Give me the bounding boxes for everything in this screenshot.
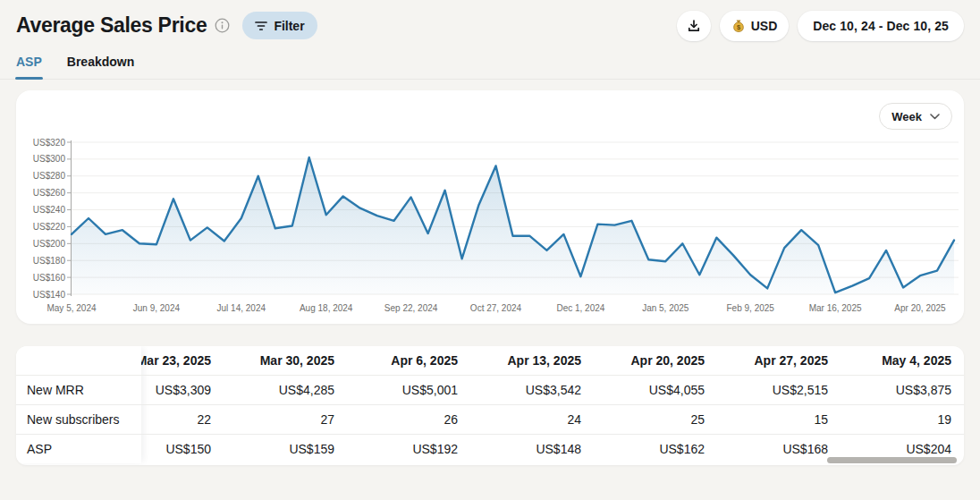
x-tick-label: Oct 27, 2024 [470, 303, 522, 313]
page-header: Average Sales Price Filter [0, 0, 980, 41]
y-tick-label: US$220 [33, 222, 66, 232]
period-select[interactable]: Week [879, 103, 952, 130]
currency-button[interactable]: $ USD [720, 11, 790, 41]
table-cell: US$3,542 [470, 375, 581, 404]
table-column-header: Mar 30, 2025 [224, 346, 334, 375]
x-tick-label: Jan 5, 2025 [642, 303, 689, 313]
table-row-label: ASP [27, 434, 52, 463]
download-button[interactable] [677, 11, 711, 41]
table-cell: US$4,055 [594, 375, 705, 404]
y-tick-label: US$180 [33, 256, 66, 266]
table-cell: 25 [594, 404, 705, 434]
x-tick-label: May 5, 2024 [46, 303, 96, 313]
area-fill [72, 157, 954, 294]
table-column-header: Apr 20, 2025 [594, 346, 705, 375]
download-icon [687, 19, 701, 33]
y-tick-label: US$160 [33, 273, 66, 283]
table-cell: US$168 [717, 434, 828, 463]
table-row-separator [16, 434, 964, 435]
y-tick-label: US$260 [33, 188, 66, 198]
asp-chart-card: Week US$320US$300US$280US$260US$240US$22… [16, 90, 964, 324]
table-row-separator [16, 375, 964, 376]
money-bag-icon: $ [731, 19, 746, 33]
table-cell: US$162 [594, 434, 705, 463]
filter-icon [255, 21, 267, 31]
y-tick-label: US$240 [33, 205, 66, 215]
date-range-button[interactable]: Dec 10, 24 - Dec 10, 25 [798, 11, 964, 41]
y-tick-label: US$280 [33, 171, 66, 181]
tab-bar: ASP Breakdown [0, 49, 980, 80]
table-column-header: Apr 6, 2025 [347, 346, 458, 375]
x-tick-label: Aug 18, 2024 [300, 303, 353, 313]
asp-line-chart[interactable]: US$320US$300US$280US$260US$240US$220US$2… [16, 90, 964, 324]
table-cell: US$192 [347, 434, 458, 463]
x-tick-label: Apr 20, 2025 [894, 303, 946, 313]
filter-button[interactable]: Filter [242, 12, 317, 39]
table-cell: 15 [717, 404, 828, 434]
table-row-label: New MRR [27, 375, 84, 404]
x-tick-label: Feb 9, 2025 [727, 303, 775, 313]
y-tick-label: US$320 [33, 138, 66, 148]
x-tick-label: Jul 14, 2024 [217, 303, 266, 313]
chevron-down-icon [930, 114, 940, 120]
table-cell: US$2,515 [717, 375, 828, 404]
date-range-label: Dec 10, 24 - Dec 10, 25 [813, 19, 949, 33]
table-cell: 24 [470, 404, 581, 434]
table-row-separator [16, 404, 964, 405]
x-tick-label: Sep 22, 2024 [384, 303, 438, 313]
table-cell: US$159 [224, 434, 334, 463]
table-horizontal-scrollbar-thumb[interactable] [827, 457, 957, 463]
x-tick-label: Jun 9, 2024 [133, 303, 181, 313]
metrics-table: New MRRNew subscribersASP Mar 23, 2025US… [16, 346, 964, 465]
table-cell: 19 [841, 404, 951, 434]
table-cell: 27 [224, 404, 334, 434]
y-tick-label: US$140 [33, 290, 66, 300]
filter-label: Filter [274, 19, 304, 33]
table-cell: 26 [347, 404, 458, 434]
x-tick-label: Dec 1, 2024 [556, 303, 604, 313]
table-cell: US$148 [470, 434, 581, 463]
tab-asp[interactable]: ASP [16, 49, 42, 79]
y-tick-label: US$200 [33, 239, 66, 249]
info-icon[interactable] [215, 18, 230, 33]
currency-label: USD [751, 19, 778, 33]
table-cell: US$5,001 [347, 375, 458, 404]
table-row-label: New subscribers [27, 404, 119, 434]
header-actions: $ USD Dec 10, 24 - Dec 10, 25 [677, 11, 964, 41]
page-title: Average Sales Price [16, 13, 207, 38]
tab-breakdown[interactable]: Breakdown [67, 49, 134, 79]
x-tick-label: Mar 16, 2025 [809, 303, 862, 313]
table-cell: US$3,875 [841, 375, 951, 404]
table-column-header: May 4, 2025 [841, 346, 951, 375]
table-column-header: Apr 13, 2025 [470, 346, 581, 375]
period-select-value: Week [891, 110, 922, 123]
table-column-header: Apr 27, 2025 [717, 346, 828, 375]
y-tick-label: US$300 [33, 154, 66, 164]
table-cell: US$4,285 [224, 375, 334, 404]
